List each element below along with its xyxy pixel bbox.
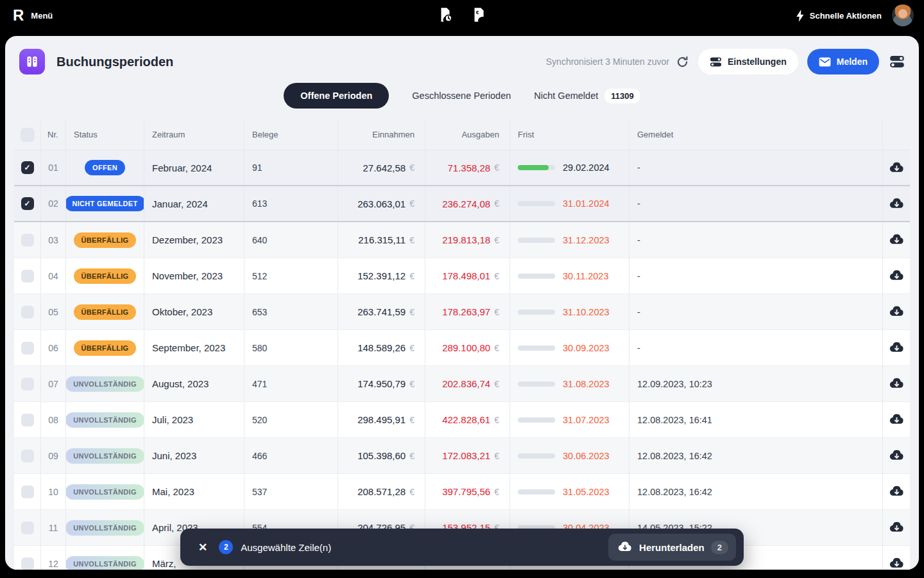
ausgaben-currency: €: [494, 415, 499, 425]
row-checkbox[interactable]: ✓: [21, 161, 34, 174]
quick-actions-button[interactable]: Schnelle Aktionen: [796, 10, 882, 22]
table-row[interactable]: 08 UNVOLLSTÄNDIG Juli, 2023 520 298.495,…: [14, 402, 910, 438]
row-checkbox[interactable]: [21, 378, 34, 390]
row-download-button[interactable]: [888, 195, 905, 212]
row-checkbox[interactable]: [21, 414, 34, 426]
row-download-button[interactable]: [888, 520, 905, 536]
einnahmen-value: 174.950,79: [357, 378, 406, 389]
status-badge: UNVOLLSTÄNDIG: [66, 448, 144, 464]
frist-date: 31.10.2023: [563, 307, 610, 317]
ausgaben-currency: €: [494, 271, 499, 281]
status-badge: UNVOLLSTÄNDIG: [66, 556, 144, 570]
table-row[interactable]: 05 ÜBERFÄLLIG Oktober, 2023 653 263.741,…: [14, 294, 910, 330]
row-download-button[interactable]: [888, 159, 905, 176]
einnahmen-value: 263.741,59: [357, 306, 406, 317]
table-row[interactable]: ✓ 01 OFFEN Februar, 2024 91 27.642,58€ 7…: [14, 150, 910, 186]
view-options-icon[interactable]: [889, 54, 905, 69]
cloud-download-icon: [889, 556, 905, 570]
euro-receipt-scan-icon[interactable]: €: [470, 6, 487, 23]
download-selected-button[interactable]: Herunterladen 2: [608, 534, 736, 561]
status-badge: ÜBERFÄLLIG: [74, 340, 137, 356]
einnahmen-value: 298.495,91: [357, 414, 406, 425]
row-checkbox[interactable]: [21, 342, 34, 355]
tab-offene-perioden[interactable]: Offene Perioden: [284, 83, 389, 109]
app-logo[interactable]: R: [13, 6, 23, 24]
quick-actions-label: Schnelle Aktionen: [810, 11, 882, 21]
belege-value: 537: [252, 487, 267, 497]
frist-date: 31.07.2023: [563, 415, 610, 425]
row-download-button[interactable]: [888, 340, 905, 356]
row-checkbox[interactable]: [21, 486, 34, 498]
row-checkbox[interactable]: [21, 306, 34, 319]
column-header-belege: Belege: [244, 119, 338, 150]
gemeldet-value: -: [637, 198, 640, 209]
row-checkbox[interactable]: [21, 521, 34, 534]
ausgaben-currency: €: [494, 162, 499, 173]
deadline-progress-bar: [518, 238, 555, 243]
table-row[interactable]: 06 ÜBERFÄLLIG September, 2023 580 148.58…: [14, 330, 910, 366]
table-row[interactable]: 03 ÜBERFÄLLIG Dezember, 2023 640 216.315…: [14, 222, 910, 258]
table-row[interactable]: 09 UNVOLLSTÄNDIG Juni, 2023 466 105.398,…: [14, 438, 910, 474]
close-selection-icon[interactable]: ✕: [192, 537, 214, 558]
status-badge: UNVOLLSTÄNDIG: [66, 376, 144, 392]
cloud-download-icon: [889, 268, 905, 284]
main-card: Buchungsperioden Synchronisiert 3 Minute…: [5, 36, 919, 570]
row-download-button[interactable]: [888, 268, 905, 285]
zeitraum-value: Juni, 2023: [152, 450, 196, 461]
menu-button[interactable]: Menü: [31, 11, 53, 21]
tab-count-badge: 11309: [604, 89, 640, 103]
deadline-progress-bar: [518, 310, 555, 315]
row-checkbox[interactable]: [21, 450, 34, 462]
column-header-einnahmen: Einnahmen: [338, 119, 425, 150]
table-header-row: Nr. Status Zeitraum Belege Einnahmen Aus…: [14, 119, 910, 150]
row-number: 03: [48, 235, 58, 245]
settings-button[interactable]: Einstellungen: [698, 49, 798, 74]
gemeldet-value: 12.08.2023, 16:42: [637, 487, 712, 497]
tab-nicht-gemeldet[interactable]: Nicht Gemeldet 11309: [534, 89, 640, 103]
binders-icon: [24, 54, 40, 69]
row-download-button[interactable]: [888, 484, 905, 500]
einnahmen-value: 152.391,12: [357, 270, 406, 281]
row-download-button[interactable]: [888, 232, 905, 249]
row-download-button[interactable]: [888, 412, 905, 428]
report-button[interactable]: Melden: [807, 49, 879, 74]
row-download-button[interactable]: [888, 376, 905, 392]
zeitraum-value: November, 2023: [152, 270, 223, 281]
toggles-icon: [710, 56, 722, 68]
einnahmen-currency: €: [409, 307, 415, 317]
gemeldet-value: -: [637, 307, 640, 317]
booking-periods-app-icon: [19, 49, 45, 74]
cloud-download-icon: [889, 340, 905, 356]
column-header-nr: Nr.: [41, 119, 66, 150]
row-checkbox[interactable]: [21, 270, 34, 283]
status-badge: NICHT GEMELDET: [66, 196, 144, 211]
status-badge: OFFEN: [85, 160, 125, 175]
topbar-quick-icons: €: [437, 6, 487, 23]
table-row[interactable]: 07 UNVOLLSTÄNDIG August, 2023 471 174.95…: [14, 366, 910, 402]
refresh-icon[interactable]: [676, 55, 689, 69]
einnahmen-currency: €: [409, 235, 415, 245]
row-checkbox[interactable]: [21, 234, 34, 247]
new-document-icon[interactable]: [437, 6, 454, 23]
gemeldet-value: 12.08.2023, 16:42: [637, 451, 712, 461]
tab-geschlossene-perioden[interactable]: Geschlossene Perioden: [412, 91, 511, 101]
select-all-checkbox[interactable]: [21, 128, 35, 142]
cloud-download-icon: [889, 304, 905, 320]
deadline-progress-bar: [518, 453, 555, 459]
status-badge: UNVOLLSTÄNDIG: [66, 412, 144, 428]
table-row[interactable]: ✓ 02 NICHT GEMELDET Januar, 2024 613 263…: [14, 186, 910, 222]
row-download-button[interactable]: [888, 304, 905, 320]
table-row[interactable]: 04 ÜBERFÄLLIG November, 2023 512 152.391…: [14, 258, 910, 294]
table-row[interactable]: 10 UNVOLLSTÄNDIG Mai, 2023 537 208.571,2…: [14, 474, 910, 510]
row-download-button[interactable]: [888, 448, 905, 464]
ausgaben-currency: €: [494, 307, 499, 317]
status-badge: UNVOLLSTÄNDIG: [66, 484, 144, 500]
row-checkbox[interactable]: ✓: [21, 197, 34, 210]
gemeldet-value: -: [637, 343, 640, 353]
row-checkbox[interactable]: [21, 557, 34, 570]
selected-count-badge: 2: [219, 540, 233, 554]
report-label: Melden: [837, 57, 868, 67]
user-avatar[interactable]: [892, 4, 914, 26]
einnahmen-currency: €: [409, 415, 415, 425]
row-download-button[interactable]: [888, 556, 905, 570]
